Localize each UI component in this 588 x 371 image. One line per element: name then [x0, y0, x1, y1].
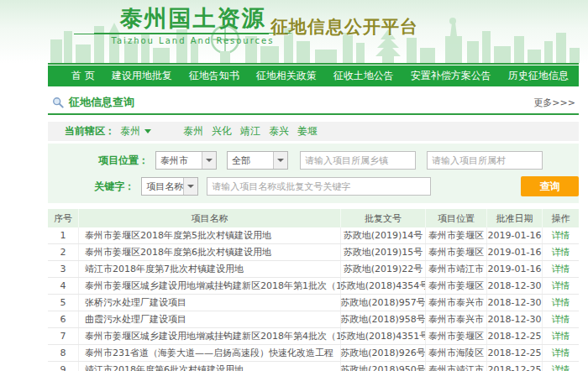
detail-link[interactable]: 详情 — [552, 280, 570, 292]
table-row: 6 曲霞污水处理厂建设项目 苏政地(2018)958号 泰州市泰兴市 2018-… — [48, 311, 579, 328]
chevron-down-icon — [202, 152, 216, 169]
table-row: 1 泰州市姜堰区2018年度第5批次村镇建设用地 苏政地(2019)14号 泰州… — [48, 227, 579, 244]
project-name: 泰州市姜堰区2018年度第5批次村镇建设用地 — [79, 227, 341, 243]
chevron-down-icon — [273, 152, 287, 169]
logo-underline — [94, 33, 291, 34]
approval-date: 2019-01-16 — [487, 227, 543, 243]
project-name: 张桥污水处理厂建设项目 — [79, 295, 341, 311]
chevron-down-icon — [183, 178, 197, 195]
nav-item-resettlement-compensation[interactable]: 安置补偿方案公告 — [402, 69, 500, 83]
search-icon — [52, 97, 64, 108]
row-index: 3 — [48, 261, 79, 277]
region-link-jingjiang[interactable]: 靖江 — [240, 124, 260, 138]
approval-date: 2018-12-25 — [487, 328, 543, 344]
site-logo: 泰州国土资源 Taizhou Land And Resources — [94, 6, 291, 45]
table-row: 3 靖江市2018年度第7批次村镇建设用地 苏政地(2019)22号 泰州市靖江… — [48, 261, 579, 278]
detail-link[interactable]: 详情 — [552, 330, 570, 342]
approval-date: 2019-01-16 — [487, 244, 543, 260]
detail-link[interactable]: 详情 — [552, 363, 570, 371]
detail-link[interactable]: 详情 — [552, 263, 570, 275]
region-label: 当前辖区： — [65, 124, 115, 138]
current-region-dropdown[interactable]: 泰州 — [120, 124, 151, 138]
more-link[interactable]: 更多>>> — [533, 97, 579, 109]
project-name: 靖江市2018年度第7批次村镇建设用地 — [79, 261, 341, 277]
table-row: 2 泰州市姜堰区2018年度第6批次村镇建设用地 苏政地(2019)15号 泰州… — [48, 244, 579, 261]
doc-number: 苏政地(2019)15号 — [341, 244, 426, 260]
project-location: 泰州市泰兴市 — [426, 311, 487, 327]
row-index: 6 — [48, 311, 79, 327]
row-index: 8 — [48, 345, 79, 361]
header-approval-date: 批准日期 — [487, 209, 543, 227]
row-index: 9 — [48, 362, 79, 371]
row-index: 4 — [48, 278, 79, 294]
doc-number: 苏政地(2019)22号 — [341, 261, 426, 277]
project-location: 泰州市靖江市 — [426, 362, 487, 371]
nav-item-home[interactable]: 首 页 — [63, 69, 103, 83]
nav-item-expropriation-announcements[interactable]: 征收土地公告 — [325, 69, 402, 83]
project-name: 泰州市姜堰区城乡建设用地增减挂钩建新区2018年第4批次（16挂）建设用地 — [79, 328, 341, 344]
region-link-taizhou[interactable]: 泰州 — [183, 124, 203, 138]
row-index: 5 — [48, 295, 79, 311]
project-name: 泰州市姜堰区城乡建设用地增减挂钩建新区2018年第1批次（15挂2）建设用地 — [79, 278, 341, 294]
detail-link[interactable]: 详情 — [552, 246, 570, 259]
region-link-jiangyan[interactable]: 姜堰 — [297, 124, 318, 138]
detail-link[interactable]: 详情 — [552, 313, 570, 326]
region-link-xinghua[interactable]: 兴化 — [212, 124, 232, 138]
project-location: 泰州市姜堰区 — [426, 328, 487, 344]
district-select-value: 全部 — [228, 154, 273, 167]
approval-date: 2018-12-25 — [487, 345, 543, 361]
project-name: 靖江市2018年度第6批次村镇建设用地 — [79, 362, 341, 371]
keyword-row: 关键字： 项目名称 查询 — [48, 177, 579, 196]
table-header-row: 序号 项目名称 批复文号 项目位置 批准日期 操作 — [48, 209, 579, 227]
nav-item-construction-land-approvals[interactable]: 建设用地批复 — [103, 69, 181, 83]
detail-link[interactable]: 详情 — [552, 229, 570, 242]
row-index: 1 — [48, 227, 79, 243]
search-button[interactable]: 查询 — [521, 176, 579, 196]
project-location: 泰州市姜堰区 — [426, 227, 487, 243]
header-index: 序号 — [48, 209, 79, 227]
detail-link[interactable]: 详情 — [552, 296, 570, 309]
village-input[interactable] — [427, 151, 543, 170]
project-location: 泰州市姜堰区 — [426, 244, 487, 260]
nav-item-land-acquisition-notices[interactable]: 征地告知书 — [181, 69, 248, 83]
project-location: 泰州市海陵区 — [426, 345, 487, 361]
region-link-taixing[interactable]: 泰兴 — [269, 124, 289, 138]
district-select[interactable]: 全部 — [227, 151, 288, 170]
project-name: 泰州市231省道（海姜大道——启扬高速段）快速化改造工程 — [79, 345, 341, 361]
city-select-value: 泰州市 — [156, 154, 202, 167]
keyword-type-select[interactable]: 项目名称 — [141, 177, 198, 196]
doc-number: 苏政地(2018)958号 — [341, 311, 426, 327]
town-input[interactable] — [300, 151, 416, 170]
keyword-type-value: 项目名称 — [142, 180, 183, 193]
region-bar: 当前辖区： 泰州 泰州 兴化 靖江 泰兴 姜堰 — [48, 122, 579, 141]
location-label: 项目位置： — [48, 154, 155, 168]
doc-number: 苏政地(2018)957号 — [341, 295, 426, 311]
row-index: 7 — [48, 328, 79, 344]
site-banner: 泰州国土资源 Taizhou Land And Resources 征地信息公开… — [0, 0, 588, 63]
search-form: 项目位置： 泰州市 全部 关键字： 项目名称 查询 — [48, 144, 579, 203]
project-location: 泰州市泰兴市 — [426, 295, 487, 311]
approval-date: 2019-01-16 — [487, 261, 543, 277]
chevron-down-icon — [144, 129, 151, 133]
doc-number: 苏政地(2018)950号 — [341, 362, 426, 371]
results-table: 序号 项目名称 批复文号 项目位置 批准日期 操作 1 泰州市姜堰区2018年度… — [48, 209, 579, 371]
table-row: 5 张桥污水处理厂建设项目 苏政地(2018)957号 泰州市泰兴市 2018-… — [48, 295, 579, 311]
approval-date: 2018-12-30 — [487, 278, 543, 294]
project-location: 泰州市姜堰区 — [426, 278, 487, 294]
header-actions: 操作 — [543, 209, 579, 227]
approval-date: 2018-12-25 — [487, 362, 543, 371]
header-doc-number: 批复文号 — [341, 209, 426, 227]
keyword-input[interactable] — [207, 177, 431, 196]
platform-title: 征地信息公开平台 — [270, 15, 418, 39]
header-project-name: 项目名称 — [79, 209, 341, 227]
project-location: 泰州市靖江市 — [426, 261, 487, 277]
section-header: 征地信息查询 更多>>> — [48, 91, 579, 115]
city-select[interactable]: 泰州市 — [155, 151, 217, 170]
section-title: 征地信息查询 — [69, 95, 134, 110]
nav-item-related-policies[interactable]: 征地相关政策 — [248, 69, 325, 83]
page-content: 征地信息查询 更多>>> 当前辖区： 泰州 泰州 兴化 靖江 泰兴 姜堰 项目位… — [48, 91, 579, 371]
nav-item-historical-info[interactable]: 历史征地信息 — [500, 69, 577, 83]
doc-number: 苏政地(2018)926号 — [341, 345, 426, 361]
detail-link[interactable]: 详情 — [552, 347, 570, 359]
keyword-label: 关键字： — [48, 180, 141, 194]
